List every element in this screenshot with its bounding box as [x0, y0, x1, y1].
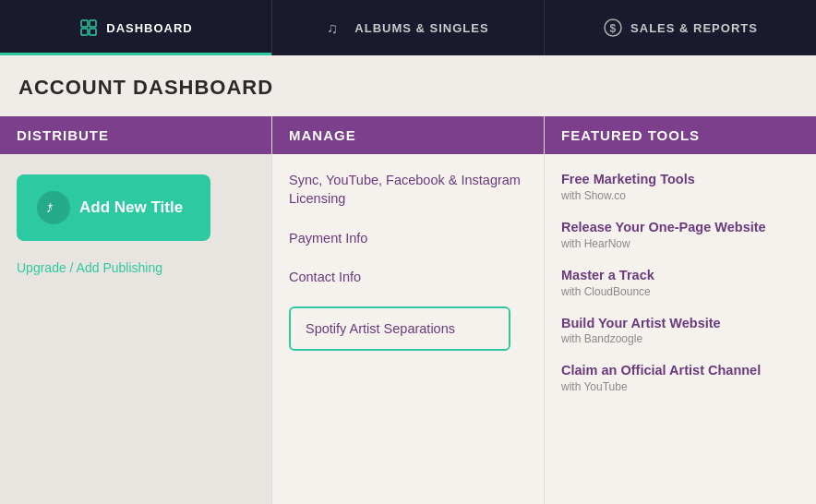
top-nav: DASHBOARD ♫ ALBUMS & SINGLES $ SALES & R…: [0, 0, 816, 55]
tool-bandzoogle-subtitle: with Bandzoogle: [561, 332, 799, 345]
tool-cloudbounce-subtitle: with CloudBounce: [561, 285, 799, 298]
manage-body: Sync, YouTube, Facebook & Instagram Lice…: [272, 154, 544, 504]
upgrade-publishing-link[interactable]: Upgrade / Add Publishing: [17, 260, 162, 275]
tool-cloudbounce: Master a Track with CloudBounce: [561, 267, 799, 298]
tool-youtube-title[interactable]: Claim an Official Artist Channel: [561, 362, 799, 379]
dollar-icon: $: [603, 18, 623, 38]
svg-rect-3: [90, 29, 96, 35]
featured-header: FEATURED TOOLS: [545, 116, 816, 154]
nav-sales[interactable]: $ SALES & REPORTS: [545, 0, 816, 55]
distribute-column: DISTRIBUTE ♪ + Add New Title Upgrade / A…: [0, 116, 272, 504]
music-note-icon: ♫: [327, 18, 347, 38]
tool-hearnow-title[interactable]: Release Your One-Page Website: [561, 219, 799, 236]
music-note-icon: ♪ +: [37, 191, 70, 224]
svg-rect-0: [81, 20, 88, 27]
featured-body: Free Marketing Tools with Show.co Releas…: [545, 154, 816, 504]
tool-youtube-subtitle: with YouTube: [561, 380, 799, 393]
page-title: ACCOUNT DASHBOARD: [18, 76, 798, 100]
nav-sales-label: SALES & REPORTS: [630, 21, 758, 35]
tool-bandzoogle-title[interactable]: Build Your Artist Website: [561, 315, 799, 332]
svg-text:+: +: [48, 201, 53, 210]
svg-rect-2: [81, 29, 88, 35]
svg-rect-1: [90, 20, 96, 27]
main-content: DISTRIBUTE ♪ + Add New Title Upgrade / A…: [0, 116, 816, 504]
manage-header: MANAGE: [272, 116, 544, 154]
tool-show-co-subtitle: with Show.co: [561, 189, 799, 202]
tool-hearnow: Release Your One-Page Website with HearN…: [561, 219, 799, 250]
sync-link[interactable]: Sync, YouTube, Facebook & Instagram Lice…: [289, 171, 527, 209]
svg-text:$: $: [610, 22, 618, 35]
nav-albums-label: ALBUMS & SINGLES: [354, 21, 488, 35]
tool-bandzoogle: Build Your Artist Website with Bandzoogl…: [561, 315, 799, 346]
dashboard-icon: [78, 18, 99, 38]
manage-column: MANAGE Sync, YouTube, Facebook & Instagr…: [272, 116, 545, 504]
svg-text:♫: ♫: [327, 20, 339, 36]
nav-dashboard[interactable]: DASHBOARD: [0, 0, 272, 55]
tool-show-co: Free Marketing Tools with Show.co: [561, 171, 799, 202]
nav-albums[interactable]: ♫ ALBUMS & SINGLES: [272, 0, 545, 55]
add-new-title-label: Add New Title: [79, 198, 183, 217]
nav-dashboard-label: DASHBOARD: [106, 21, 193, 35]
payment-link[interactable]: Payment Info: [289, 229, 527, 247]
tool-youtube: Claim an Official Artist Channel with Yo…: [561, 362, 799, 393]
featured-column: FEATURED TOOLS Free Marketing Tools with…: [545, 116, 816, 504]
contact-link[interactable]: Contact Info: [289, 268, 527, 286]
spotify-link[interactable]: Spotify Artist Separations: [289, 306, 510, 351]
distribute-header: DISTRIBUTE: [0, 116, 271, 154]
page-title-bar: ACCOUNT DASHBOARD: [0, 55, 816, 116]
tool-hearnow-subtitle: with HearNow: [561, 237, 799, 250]
add-new-title-button[interactable]: ♪ + Add New Title: [17, 174, 210, 241]
tool-cloudbounce-title[interactable]: Master a Track: [561, 267, 799, 284]
distribute-body: ♪ + Add New Title Upgrade / Add Publishi…: [0, 154, 271, 504]
spotify-label: Spotify Artist Separations: [306, 321, 455, 336]
tool-show-co-title[interactable]: Free Marketing Tools: [561, 171, 799, 188]
